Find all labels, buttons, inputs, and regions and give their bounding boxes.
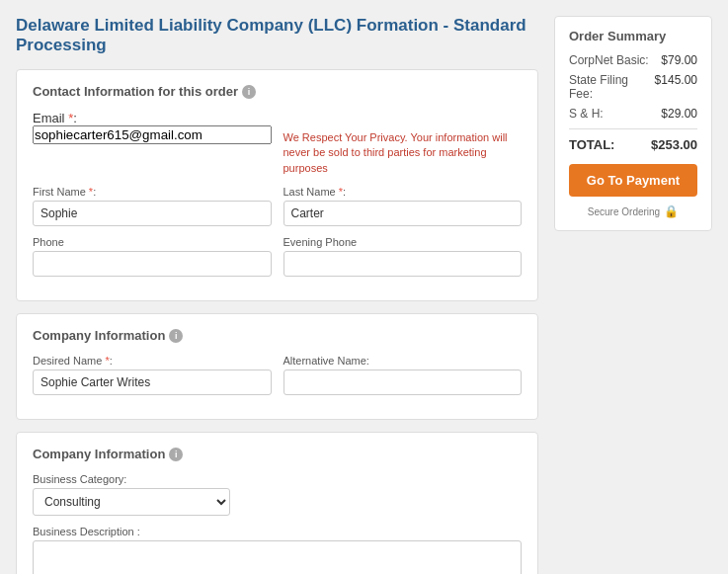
order-line-state: State Filing Fee: $145.00 (569, 73, 697, 101)
phone-label: Phone (33, 236, 272, 248)
corpnet-label: CorpNet Basic: (569, 53, 649, 67)
order-summary-title: Order Summary (569, 29, 697, 43)
page-title: Delaware Limited Liability Company (LLC)… (16, 16, 538, 55)
business-description-label: Business Description : (33, 526, 522, 537)
corpnet-amount: $79.00 (661, 53, 697, 67)
desired-name-label: Desired Name *: (33, 355, 272, 367)
business-category-group: Business Category: Consulting Technology… (33, 473, 522, 516)
privacy-note: We Respect Your Privacy. Your informatio… (283, 111, 523, 176)
phone-group: Phone (33, 236, 272, 277)
alternative-name-label: Alternative Name: (283, 355, 523, 367)
sh-amount: $29.00 (661, 107, 697, 121)
order-total: TOTAL: $253.00 (569, 137, 697, 152)
desired-name-group: Desired Name *: (33, 355, 272, 395)
desired-name-input[interactable] (33, 369, 272, 395)
contact-section: Contact Information for this order i Ema… (16, 69, 538, 301)
company-section2-title: Company Information i (33, 447, 522, 461)
order-divider (569, 128, 697, 129)
email-group: Email *: (33, 111, 272, 144)
company-section-1: Company Information i Desired Name *: Al… (16, 313, 538, 420)
order-line-corpnet: CorpNet Basic: $79.00 (569, 53, 697, 67)
order-line-sh: S & H: $29.00 (569, 107, 697, 121)
sh-label: S & H: (569, 107, 604, 121)
first-name-input[interactable] (33, 201, 272, 226)
state-fee-label: State Filing Fee: (569, 73, 655, 101)
company-section-2: Company Information i Business Category:… (16, 432, 538, 574)
last-name-group: Last Name *: (283, 186, 523, 226)
evening-phone-group: Evening Phone (283, 236, 523, 277)
secure-ordering: Secure Ordering 🔒 (569, 205, 697, 218)
phone-row: Phone Evening Phone (33, 236, 522, 277)
name-row: First Name *: Last Name *: (33, 186, 522, 226)
state-fee-amount: $145.00 (655, 73, 697, 101)
phone-input[interactable] (33, 251, 272, 277)
go-to-payment-button[interactable]: Go To Payment (569, 164, 697, 197)
order-summary-sidebar: Order Summary CorpNet Basic: $79.00 Stat… (554, 16, 712, 574)
company-info-icon-1[interactable]: i (169, 329, 183, 343)
alternative-name-input[interactable] (283, 369, 523, 395)
email-input[interactable] (33, 125, 272, 144)
business-category-label: Business Category: (33, 473, 522, 485)
main-content: Delaware Limited Liability Company (LLC)… (16, 16, 538, 574)
contact-info-icon[interactable]: i (242, 85, 256, 99)
alternative-name-group: Alternative Name: (283, 355, 523, 395)
email-label: Email *: (33, 111, 272, 125)
company-name-row: Desired Name *: Alternative Name: (33, 355, 522, 395)
evening-phone-label: Evening Phone (283, 236, 523, 248)
first-name-label: First Name *: (33, 186, 272, 198)
company-section1-title: Company Information i (33, 328, 522, 343)
first-name-group: First Name *: (33, 186, 272, 226)
contact-section-title: Contact Information for this order i (33, 84, 522, 99)
total-label: TOTAL: (569, 137, 614, 152)
evening-phone-input[interactable] (283, 251, 523, 277)
email-row: Email *: We Respect Your Privacy. Your i… (33, 111, 522, 176)
business-category-select[interactable]: Consulting Technology Retail Healthcare … (33, 488, 230, 516)
company-info-icon-2[interactable]: i (169, 448, 183, 461)
lock-icon: 🔒 (664, 205, 679, 218)
total-amount: $253.00 (651, 137, 697, 152)
last-name-input[interactable] (283, 201, 523, 226)
business-description-textarea[interactable] (33, 540, 522, 574)
last-name-label: Last Name *: (283, 186, 523, 198)
secure-ordering-label: Secure Ordering (588, 206, 660, 217)
order-summary-card: Order Summary CorpNet Basic: $79.00 Stat… (554, 16, 712, 231)
business-description-group: Business Description : G (33, 526, 522, 574)
